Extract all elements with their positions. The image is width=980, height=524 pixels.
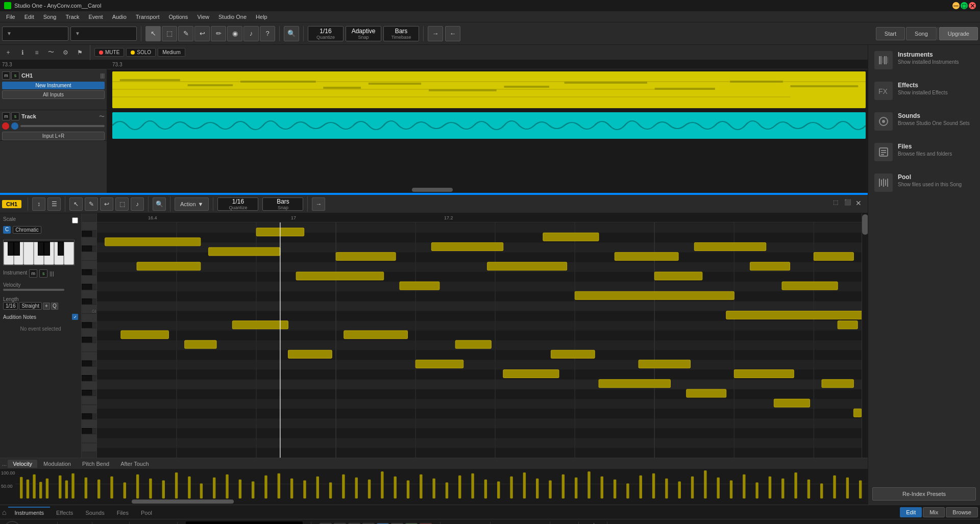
channel-dropdown[interactable]: ▼ [70,27,137,41]
bot-tab-sounds[interactable]: Sounds [79,507,110,518]
pr-fullscreen-button[interactable]: ⬛ [844,199,854,209]
pr-expand-button[interactable]: ⬚ [833,199,843,209]
key-fs[interactable] [38,242,44,256]
maximize-button[interactable]: □ [961,2,968,9]
paint-tool-button[interactable]: ✏ [211,26,226,41]
pencil-tool-button[interactable]: ✎ [178,26,193,41]
velocity-slider[interactable] [3,289,64,291]
pr-loop-button[interactable]: → [312,197,325,211]
ch1-block[interactable] [112,71,866,108]
pr-erase-button[interactable]: ↩ [100,197,113,211]
audition-checkbox[interactable]: ✓ [72,314,78,320]
bot-tab-effects[interactable]: Effects [50,507,79,518]
velocity-content[interactable]: 100.00 50.00 [0,469,868,498]
flag-button[interactable]: ⚑ [74,46,86,59]
speaker-tool-button[interactable]: ♪ [243,26,259,41]
pr-pencil-button[interactable]: ✎ [85,197,98,211]
instrument-dropdown[interactable]: ▼ [2,27,68,41]
list-view-button[interactable]: ≡ [31,46,43,59]
scale-type-label[interactable]: Chromatic [13,226,41,234]
mute-tool-button[interactable]: ◉ [227,26,242,41]
pr-speaker-button[interactable]: ♪ [131,197,144,211]
vel-tab-aftertouch[interactable]: After Touch [115,460,154,468]
mini-keyboard[interactable] [3,240,75,265]
re-index-button[interactable]: Re-Index Presets [872,487,976,501]
rp-instruments-item[interactable]: Instruments Show installed Instruments [872,49,976,71]
pr-scrollbar-h[interactable] [0,498,868,505]
key-as[interactable] [58,242,64,256]
pr-scroll-thumb-v[interactable] [862,214,868,235]
track-size-dropdown[interactable]: Medium [158,48,185,57]
new-instrument-button[interactable]: New Instrument [2,82,105,89]
inst-m-button[interactable]: m [29,269,37,278]
menu-transport[interactable]: Transport [132,13,164,21]
straight-val[interactable]: Straight [19,302,41,310]
pr-action-button[interactable]: Action ▼ [175,197,209,211]
pr-select-button[interactable]: ⬚ [115,197,129,211]
key-cs[interactable] [8,242,14,256]
menu-file[interactable]: File [2,13,19,21]
key-ds[interactable] [14,242,20,256]
vel-tab-dots[interactable]: ... [2,461,7,467]
vel-tab-modulation[interactable]: Modulation [38,460,76,468]
erase-tool-button[interactable]: ↩ [194,26,210,41]
start-button[interactable]: Start [876,27,905,40]
browse-button[interactable]: Browse [946,507,978,517]
pr-list-button[interactable]: ☰ [47,197,61,211]
length-plus-button[interactable]: + [43,303,50,310]
bot-tab-instruments[interactable]: Instruments [8,507,50,518]
menu-help[interactable]: Help [252,13,272,21]
question-button[interactable]: ? [260,26,275,41]
menu-studioone[interactable]: Studio One [214,13,251,21]
pr-scroll-thumb-h[interactable] [132,500,234,504]
song-button[interactable]: Song [906,27,937,40]
menu-track[interactable]: Track [61,13,83,21]
vel-tab-pitchbend[interactable]: Pitch Bend [77,460,114,468]
inst-s-button[interactable]: s [39,269,47,278]
rp-sounds-item[interactable]: Sounds Browse Studio One Sound Sets [872,110,976,133]
automation-button[interactable]: 〜 [45,46,57,59]
upgrade-button[interactable]: Upgrade [939,27,978,40]
pr-search-button[interactable]: 🔍 [153,197,166,211]
scale-checkbox[interactable] [72,217,78,223]
add-track-button[interactable]: + [2,46,14,59]
rp-files-item[interactable]: Files Browse files and folders [872,141,976,163]
rp-pool-item[interactable]: Pool Show files used in this Song [872,171,976,194]
pr-close-button[interactable]: ✕ [855,199,866,209]
pr-cursor-button[interactable]: ↕ [32,197,45,211]
track-scrollbar-h[interactable] [107,187,868,193]
pr-arrow-button[interactable]: ↖ [69,197,83,211]
edit-button[interactable]: Edit [900,507,922,517]
track-scroll-thumb[interactable] [412,188,453,192]
track-mute-button[interactable]: m [2,112,10,120]
track-audio-block[interactable] [112,112,866,139]
rp-effects-item[interactable]: FX Effects Show installed Effects [872,80,976,102]
mix-button[interactable]: Mix [923,507,945,517]
menu-view[interactable]: View [193,13,213,21]
bot-tab-files[interactable]: Files [111,507,135,518]
scale-key-label[interactable]: C [3,226,11,234]
window-controls[interactable]: ─ □ ✕ [952,2,976,9]
pr-scrollbar-v[interactable] [862,213,868,458]
forward-button[interactable]: → [428,26,443,41]
vel-tab-velocity[interactable]: Velocity [8,460,37,468]
track-solo-button[interactable]: s [11,112,19,120]
track-volume-slider[interactable] [20,125,105,127]
mute-button[interactable]: MUTE [94,48,124,57]
info-button[interactable]: ℹ [16,46,29,59]
menu-event[interactable]: Event [85,13,107,21]
select-tool-button[interactable]: ⬚ [162,26,177,41]
length-val[interactable]: 1/16 [3,302,18,310]
note-grid[interactable]: 16.4 17 17.2 [97,213,862,458]
cursor-tool-button[interactable]: ↖ [145,26,161,41]
menu-options[interactable]: Options [164,13,192,21]
minimize-button[interactable]: ─ [952,2,960,9]
ch1-solo-button[interactable]: s [11,71,19,80]
menu-audio[interactable]: Audio [108,13,131,21]
menu-edit[interactable]: Edit [20,13,38,21]
input-lr-button[interactable]: Input L+R [2,132,105,140]
bot-tab-pool[interactable]: Pool [135,507,158,518]
close-button[interactable]: ✕ [969,2,976,9]
ch1-mute-button[interactable]: m [2,71,10,80]
home-icon[interactable]: ⌂ [2,508,6,516]
